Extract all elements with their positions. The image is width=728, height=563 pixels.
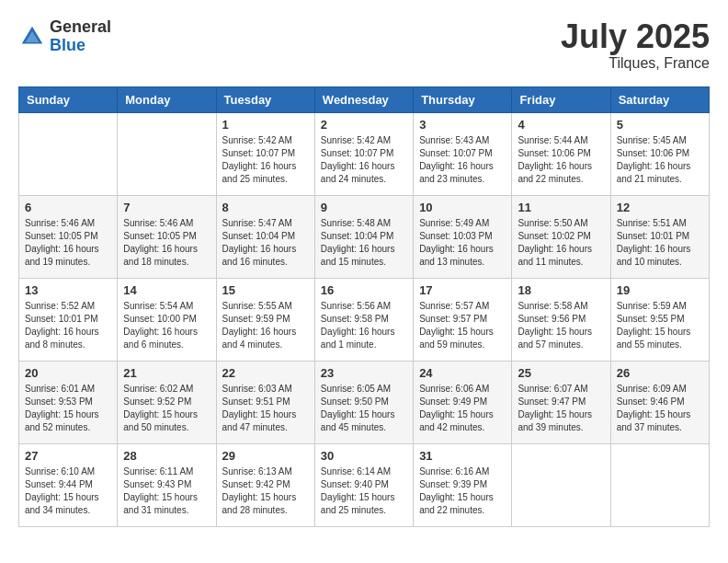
day-info: Sunrise: 5:51 AM Sunset: 10:01 PM Daylig… — [617, 217, 703, 269]
day-cell: 15Sunrise: 5:55 AM Sunset: 9:59 PM Dayli… — [216, 278, 314, 361]
day-number: 1 — [222, 118, 309, 132]
day-info: Sunrise: 6:11 AM Sunset: 9:43 PM Dayligh… — [123, 465, 210, 517]
calendar: SundayMondayTuesdayWednesdayThursdayFrid… — [18, 86, 710, 527]
day-cell: 2Sunrise: 5:42 AM Sunset: 10:07 PM Dayli… — [314, 112, 413, 195]
day-cell: 6Sunrise: 5:46 AM Sunset: 10:05 PM Dayli… — [19, 195, 118, 278]
day-number: 18 — [518, 283, 604, 297]
header-tuesday: Tuesday — [216, 86, 314, 112]
day-number: 27 — [25, 449, 111, 463]
day-info: Sunrise: 5:43 AM Sunset: 10:07 PM Daylig… — [419, 134, 506, 186]
day-info: Sunrise: 5:44 AM Sunset: 10:06 PM Daylig… — [518, 134, 604, 186]
day-number: 16 — [321, 283, 407, 297]
logo-blue: Blue — [50, 37, 111, 55]
week-row-2: 13Sunrise: 5:52 AM Sunset: 10:01 PM Dayl… — [19, 278, 710, 361]
day-info: Sunrise: 6:14 AM Sunset: 9:40 PM Dayligh… — [321, 465, 407, 517]
day-number: 14 — [123, 283, 210, 297]
week-row-4: 27Sunrise: 6:10 AM Sunset: 9:44 PM Dayli… — [19, 443, 710, 526]
day-number: 22 — [222, 366, 309, 380]
day-number: 25 — [518, 366, 604, 380]
header-row: SundayMondayTuesdayWednesdayThursdayFrid… — [19, 86, 710, 112]
day-cell: 31Sunrise: 6:16 AM Sunset: 9:39 PM Dayli… — [414, 443, 512, 526]
header-thursday: Thursday — [414, 86, 512, 112]
day-number: 24 — [419, 366, 506, 380]
logo-icon — [18, 23, 46, 51]
day-number: 19 — [617, 283, 703, 297]
day-info: Sunrise: 6:06 AM Sunset: 9:49 PM Dayligh… — [419, 383, 506, 434]
day-number: 4 — [518, 118, 604, 132]
day-cell — [610, 443, 709, 526]
day-info: Sunrise: 6:02 AM Sunset: 9:52 PM Dayligh… — [123, 383, 210, 434]
day-number: 8 — [222, 201, 309, 214]
day-cell — [118, 112, 216, 195]
day-cell — [512, 443, 610, 526]
day-cell: 1Sunrise: 5:42 AM Sunset: 10:07 PM Dayli… — [216, 112, 314, 195]
logo-general: General — [50, 18, 111, 37]
day-cell: 16Sunrise: 5:56 AM Sunset: 9:58 PM Dayli… — [314, 278, 413, 361]
logo-text: General Blue — [50, 18, 111, 55]
day-info: Sunrise: 6:01 AM Sunset: 9:53 PM Dayligh… — [25, 383, 111, 434]
day-cell: 25Sunrise: 6:07 AM Sunset: 9:47 PM Dayli… — [512, 361, 610, 443]
day-cell — [19, 112, 118, 195]
day-info: Sunrise: 6:05 AM Sunset: 9:50 PM Dayligh… — [321, 383, 407, 434]
day-info: Sunrise: 5:56 AM Sunset: 9:58 PM Dayligh… — [321, 300, 407, 351]
day-number: 13 — [25, 283, 111, 297]
day-cell: 28Sunrise: 6:11 AM Sunset: 9:43 PM Dayli… — [118, 443, 216, 526]
day-info: Sunrise: 6:10 AM Sunset: 9:44 PM Dayligh… — [25, 465, 111, 517]
day-cell: 26Sunrise: 6:09 AM Sunset: 9:46 PM Dayli… — [610, 361, 709, 443]
day-number: 5 — [617, 118, 703, 132]
day-cell: 10Sunrise: 5:49 AM Sunset: 10:03 PM Dayl… — [414, 195, 512, 278]
day-number: 3 — [419, 118, 506, 132]
day-cell: 13Sunrise: 5:52 AM Sunset: 10:01 PM Dayl… — [19, 278, 118, 361]
day-cell: 23Sunrise: 6:05 AM Sunset: 9:50 PM Dayli… — [314, 361, 413, 443]
day-number: 23 — [321, 366, 407, 380]
day-cell: 29Sunrise: 6:13 AM Sunset: 9:42 PM Dayli… — [216, 443, 314, 526]
logo: General Blue — [18, 18, 111, 55]
day-cell: 12Sunrise: 5:51 AM Sunset: 10:01 PM Dayl… — [610, 195, 709, 278]
day-cell: 11Sunrise: 5:50 AM Sunset: 10:02 PM Dayl… — [512, 195, 610, 278]
day-cell: 24Sunrise: 6:06 AM Sunset: 9:49 PM Dayli… — [414, 361, 512, 443]
day-number: 12 — [617, 201, 703, 214]
day-cell: 4Sunrise: 5:44 AM Sunset: 10:06 PM Dayli… — [512, 112, 610, 195]
location: Tilques, France — [561, 55, 710, 72]
day-cell: 18Sunrise: 5:58 AM Sunset: 9:56 PM Dayli… — [512, 278, 610, 361]
day-number: 30 — [321, 449, 407, 463]
day-info: Sunrise: 5:58 AM Sunset: 9:56 PM Dayligh… — [518, 300, 604, 351]
day-info: Sunrise: 6:13 AM Sunset: 9:42 PM Dayligh… — [222, 465, 309, 517]
day-number: 20 — [25, 366, 111, 380]
day-number: 11 — [518, 201, 604, 214]
day-cell: 5Sunrise: 5:45 AM Sunset: 10:06 PM Dayli… — [610, 112, 709, 195]
day-number: 31 — [419, 449, 506, 463]
day-info: Sunrise: 5:45 AM Sunset: 10:06 PM Daylig… — [617, 134, 703, 186]
day-info: Sunrise: 5:52 AM Sunset: 10:01 PM Daylig… — [25, 300, 111, 351]
day-info: Sunrise: 5:42 AM Sunset: 10:07 PM Daylig… — [222, 134, 309, 186]
day-number: 6 — [25, 201, 111, 214]
header-friday: Friday — [512, 86, 610, 112]
day-info: Sunrise: 6:03 AM Sunset: 9:51 PM Dayligh… — [222, 383, 309, 434]
day-info: Sunrise: 6:16 AM Sunset: 9:39 PM Dayligh… — [419, 465, 506, 517]
day-number: 15 — [222, 283, 309, 297]
day-cell: 3Sunrise: 5:43 AM Sunset: 10:07 PM Dayli… — [414, 112, 512, 195]
day-cell: 17Sunrise: 5:57 AM Sunset: 9:57 PM Dayli… — [414, 278, 512, 361]
day-number: 2 — [321, 118, 407, 132]
week-row-3: 20Sunrise: 6:01 AM Sunset: 9:53 PM Dayli… — [19, 361, 710, 443]
day-cell: 7Sunrise: 5:46 AM Sunset: 10:05 PM Dayli… — [118, 195, 216, 278]
calendar-body: 1Sunrise: 5:42 AM Sunset: 10:07 PM Dayli… — [19, 112, 710, 526]
week-row-0: 1Sunrise: 5:42 AM Sunset: 10:07 PM Dayli… — [19, 112, 710, 195]
day-number: 29 — [222, 449, 309, 463]
calendar-header: SundayMondayTuesdayWednesdayThursdayFrid… — [19, 86, 710, 112]
header-sunday: Sunday — [19, 86, 118, 112]
day-number: 17 — [419, 283, 506, 297]
day-info: Sunrise: 5:59 AM Sunset: 9:55 PM Dayligh… — [617, 300, 703, 351]
day-info: Sunrise: 5:55 AM Sunset: 9:59 PM Dayligh… — [222, 300, 309, 351]
day-info: Sunrise: 6:07 AM Sunset: 9:47 PM Dayligh… — [518, 383, 604, 434]
header-monday: Monday — [118, 86, 216, 112]
day-cell: 21Sunrise: 6:02 AM Sunset: 9:52 PM Dayli… — [118, 361, 216, 443]
title-block: July 2025 Tilques, France — [561, 18, 710, 72]
day-number: 21 — [123, 366, 210, 380]
day-info: Sunrise: 5:50 AM Sunset: 10:02 PM Daylig… — [518, 217, 604, 269]
day-info: Sunrise: 5:54 AM Sunset: 10:00 PM Daylig… — [123, 300, 210, 351]
day-info: Sunrise: 5:48 AM Sunset: 10:04 PM Daylig… — [321, 217, 407, 269]
header-wednesday: Wednesday — [314, 86, 413, 112]
day-number: 26 — [617, 366, 703, 380]
day-number: 7 — [123, 201, 210, 214]
